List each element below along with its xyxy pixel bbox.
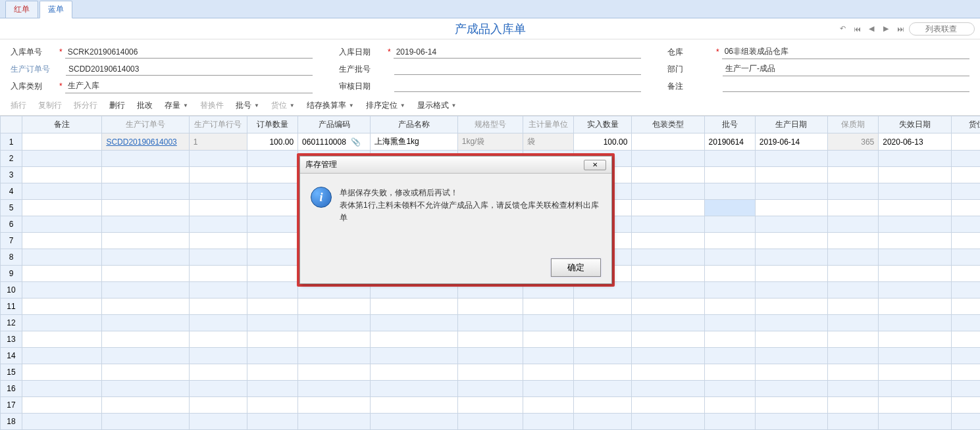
cell[interactable] <box>189 216 247 233</box>
col-mfg-date[interactable]: 生产日期 <box>755 116 827 133</box>
cell[interactable] <box>632 200 704 216</box>
cell[interactable] <box>828 233 879 249</box>
cell[interactable] <box>298 364 371 381</box>
col-remark[interactable]: 备注 <box>22 116 102 133</box>
cell[interactable] <box>523 299 573 315</box>
field-inbound-date[interactable]: 2019-06-14 <box>394 46 641 59</box>
cell[interactable] <box>457 299 523 315</box>
cell[interactable] <box>247 200 297 216</box>
cell[interactable] <box>951 167 980 183</box>
field-inbound-no[interactable]: SCRK20190614006 <box>65 46 313 59</box>
cell[interactable] <box>632 151 704 167</box>
cell[interactable] <box>755 299 827 315</box>
cell[interactable] <box>951 381 980 397</box>
cell[interactable] <box>189 414 247 430</box>
cell[interactable] <box>755 315 827 331</box>
cell[interactable] <box>574 348 632 364</box>
cell[interactable] <box>828 331 879 348</box>
cell[interactable] <box>879 364 951 381</box>
cell[interactable] <box>951 233 980 249</box>
cell[interactable] <box>951 315 980 331</box>
cell[interactable] <box>755 249 827 266</box>
cell[interactable] <box>879 381 951 397</box>
cell[interactable] <box>632 397 704 414</box>
col-order-qty[interactable]: 订单数量 <box>247 116 297 133</box>
col-loc[interactable]: 货位 <box>951 116 980 133</box>
cell[interactable] <box>755 183 827 200</box>
col-prod-line[interactable]: 生产订单行号 <box>189 116 247 133</box>
cell[interactable] <box>704 167 755 183</box>
cell[interactable] <box>704 151 755 167</box>
cell[interactable] <box>22 183 102 200</box>
cell-lot[interactable]: 20190614 <box>704 133 755 151</box>
cell[interactable] <box>102 331 189 348</box>
table-row[interactable]: 14 <box>1 348 981 364</box>
field-audit-date[interactable] <box>394 80 641 92</box>
field-inbound-type[interactable]: 生产入库 <box>65 79 313 93</box>
cell[interactable] <box>102 249 189 266</box>
cell[interactable] <box>951 200 980 216</box>
cell-pack[interactable] <box>632 133 704 151</box>
cell[interactable] <box>828 249 879 266</box>
cell[interactable] <box>102 348 189 364</box>
cell[interactable] <box>189 183 247 200</box>
cell[interactable] <box>22 299 102 315</box>
dialog-close-button[interactable]: ✕ <box>584 160 606 170</box>
cell[interactable] <box>189 266 247 282</box>
cell[interactable] <box>457 381 523 397</box>
cell[interactable] <box>22 315 102 331</box>
cell[interactable] <box>371 299 457 315</box>
cell[interactable] <box>879 167 951 183</box>
cell[interactable] <box>22 151 102 167</box>
cell[interactable] <box>632 249 704 266</box>
cell[interactable] <box>22 233 102 249</box>
cell[interactable] <box>828 151 879 167</box>
act-batch-modify[interactable]: 批改 <box>137 100 153 111</box>
cell[interactable] <box>298 414 371 430</box>
cell[interactable] <box>189 249 247 266</box>
cell[interactable] <box>704 266 755 282</box>
cell[interactable] <box>523 414 573 430</box>
cell[interactable] <box>951 249 980 266</box>
cell[interactable] <box>755 381 827 397</box>
cell[interactable] <box>247 397 297 414</box>
cell[interactable] <box>828 183 879 200</box>
cell[interactable] <box>247 233 297 249</box>
cell[interactable] <box>704 233 755 249</box>
cell[interactable] <box>457 348 523 364</box>
cell[interactable] <box>704 397 755 414</box>
cell[interactable] <box>102 381 189 397</box>
cell[interactable] <box>189 200 247 216</box>
cell[interactable] <box>22 216 102 233</box>
cell[interactable] <box>102 414 189 430</box>
cell[interactable] <box>951 183 980 200</box>
cell[interactable] <box>951 364 980 381</box>
cell[interactable] <box>102 200 189 216</box>
cell[interactable] <box>879 233 951 249</box>
cell[interactable] <box>371 381 457 397</box>
cell[interactable] <box>102 315 189 331</box>
col-lot[interactable]: 批号 <box>704 116 755 133</box>
cell[interactable] <box>523 331 573 348</box>
cell[interactable] <box>951 348 980 364</box>
cell[interactable] <box>189 151 247 167</box>
cell[interactable] <box>247 348 297 364</box>
cell[interactable] <box>298 299 371 315</box>
nav-last-icon[interactable]: ⏭ <box>894 23 906 35</box>
cell[interactable] <box>632 364 704 381</box>
cell[interactable] <box>102 183 189 200</box>
cell-mfg-date[interactable]: 2019-06-14 <box>755 133 827 151</box>
cell[interactable] <box>951 282 980 299</box>
col-prod-order[interactable]: 生产订单号 <box>102 116 189 133</box>
cell[interactable] <box>632 348 704 364</box>
cell[interactable] <box>755 414 827 430</box>
col-prod-name[interactable]: 产品名称 <box>371 116 457 133</box>
col-shelf[interactable]: 保质期 <box>828 116 879 133</box>
cell[interactable] <box>574 331 632 348</box>
cell[interactable] <box>189 381 247 397</box>
cell[interactable] <box>828 315 879 331</box>
cell[interactable] <box>574 414 632 430</box>
cell[interactable] <box>523 381 573 397</box>
cell[interactable] <box>22 348 102 364</box>
cell-prod-order[interactable]: SCDD20190614003 <box>102 133 189 151</box>
